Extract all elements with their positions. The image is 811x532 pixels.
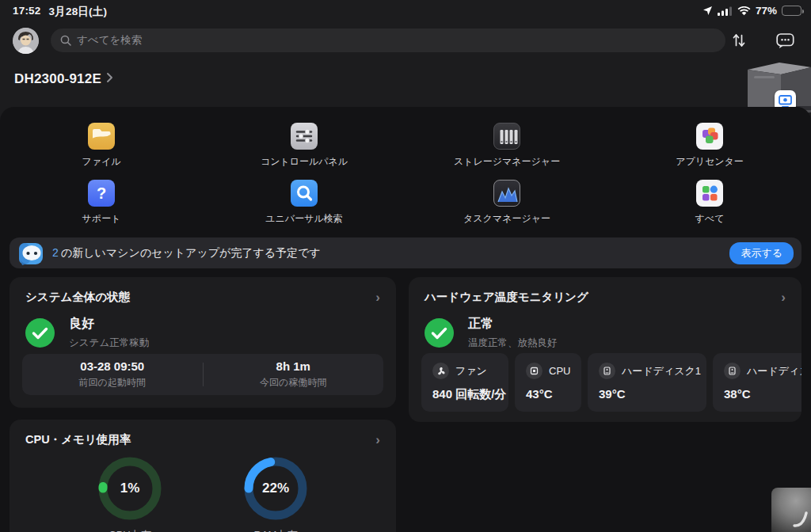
setup-notification-banner[interactable]: 2の新しいマシンのセットアップが完了する予定です 表示する: [10, 238, 801, 268]
cpu-icon: [526, 363, 543, 379]
last-boot-stat: 03-28 09:50 前回の起動時間: [22, 359, 203, 390]
ram-usage-value: 22%: [243, 456, 308, 521]
app-label: コントロールパネル: [261, 155, 348, 169]
battery-percent: 77%: [756, 5, 777, 17]
hardware-status-desc: 温度正常、放熱良好: [468, 336, 558, 350]
cpu-usage-value: 1%: [97, 456, 162, 521]
wifi-icon: [737, 6, 751, 16]
all-apps-icon: [696, 180, 723, 207]
device-selector[interactable]: DH2300-912E: [14, 71, 113, 87]
uptime-stat: 8h 1m 今回の稼働時間: [204, 359, 384, 390]
app-universal-search[interactable]: ユニバーサル検索: [203, 180, 406, 226]
user-avatar[interactable]: [13, 28, 39, 54]
chevron-right-icon[interactable]: ›: [781, 291, 786, 304]
sensor-label: CPU: [549, 365, 570, 377]
sensor-value: 43°C: [526, 387, 570, 401]
messages-icon[interactable]: [775, 30, 795, 51]
uptime-value: 8h 1m: [204, 359, 384, 373]
last-boot-label: 前回の起動時間: [22, 376, 203, 390]
location-icon: [702, 6, 713, 16]
banner-message: 2の新しいマシンのセットアップが完了する予定です: [52, 246, 321, 260]
disk2-sensor-tile: ハードディスク2 38°C: [713, 353, 801, 412]
cpu-usage-label: CPU占有: [109, 528, 150, 532]
date: 3月28日(土): [49, 5, 108, 19]
sensor-label: ハードディスク2: [747, 364, 801, 378]
fan-sensor-tile: ファン 840 回転数/分: [421, 353, 508, 412]
clock: 17:52: [13, 5, 41, 19]
card-title: ハードウェア温度モニタリング: [425, 290, 588, 305]
system-status-desc: システム正常稼動: [69, 336, 149, 350]
battery-icon: [782, 6, 801, 16]
app-grid: ファイル コントロールパネル ストレージマネージャー: [0, 123, 811, 226]
sensor-value: 39°C: [599, 387, 695, 401]
assistant-mascot-icon: [17, 240, 44, 267]
banner-count: 2: [52, 246, 59, 259]
app-label: ストレージマネージャー: [454, 155, 560, 169]
chevron-right-icon[interactable]: ›: [375, 433, 380, 446]
app-label: アプリセンター: [676, 155, 744, 169]
universal-search-icon: [291, 180, 318, 207]
system-status-text: 良好: [69, 316, 149, 332]
chevron-right-icon[interactable]: ›: [375, 291, 380, 304]
card-title: システム全体の状態: [25, 290, 130, 305]
card-title: CPU・メモリ使用率: [25, 432, 131, 447]
app-all[interactable]: すべて: [608, 180, 811, 226]
app-files[interactable]: ファイル: [0, 123, 203, 169]
last-boot-value: 03-28 09:50: [22, 359, 203, 373]
files-icon: [88, 123, 115, 150]
device-name: DH2300-912E: [14, 71, 101, 87]
disk-icon: [724, 363, 741, 379]
app-label: サポート: [82, 212, 121, 226]
control-panel-icon: [291, 123, 318, 150]
system-status-card[interactable]: システム全体の状態 › 良好 システム正常稼動 03-28 09:50 前回の起…: [10, 277, 396, 408]
sensor-row: ファン 840 回転数/分 CPU 43°C ハードディスク1 39°C: [421, 353, 801, 412]
transfer-icon[interactable]: [729, 30, 749, 51]
search-placeholder: すべてを検索: [77, 33, 142, 48]
app-storage-manager[interactable]: ストレージマネージャー: [406, 123, 608, 169]
task-manager-icon: [493, 180, 520, 207]
app-center-icon: [696, 123, 723, 150]
status-ok-icon: [425, 318, 454, 348]
ram-usage-label: RAM占有: [254, 528, 298, 532]
status-bar: 17:52 3月28日(土) 77%: [0, 0, 811, 22]
disk-icon: [599, 363, 615, 379]
support-icon: ?: [88, 180, 115, 207]
cellular-signal-icon: [718, 6, 733, 16]
search-input[interactable]: すべてを検索: [51, 28, 725, 52]
app-task-manager[interactable]: タスクマネージャー: [406, 180, 608, 226]
sensor-value: 38°C: [724, 387, 801, 401]
app-label: ファイル: [82, 155, 120, 169]
sensor-label: ハードディスク1: [622, 364, 701, 378]
uptime-label: 今回の稼働時間: [204, 376, 384, 390]
app-label: タスクマネージャー: [463, 212, 550, 226]
show-button[interactable]: 表示する: [729, 242, 794, 264]
cpu-memory-usage-card[interactable]: CPU・メモリ使用率 › 1% CPU占有 22% RAM占有: [10, 420, 396, 532]
sensor-value: 840 回転数/分: [432, 387, 497, 402]
app-label: ユニバーサル検索: [265, 212, 342, 226]
app-control-panel[interactable]: コントロールパネル: [203, 123, 406, 169]
status-ok-icon: [25, 318, 55, 348]
cpu-usage-gauge: 1% CPU占有: [97, 456, 162, 532]
disk1-sensor-tile: ハードディスク1 39°C: [588, 353, 706, 412]
hardware-temperature-card[interactable]: ハードウェア温度モニタリング › 正常 温度正常、放熱良好 ファン 840 回転…: [409, 277, 801, 422]
sensor-label: ファン: [455, 364, 487, 378]
ram-usage-gauge: 22% RAM占有: [243, 456, 308, 532]
fan-icon: [432, 363, 449, 379]
hardware-status-text: 正常: [468, 316, 558, 332]
uptime-strip: 03-28 09:50 前回の起動時間 8h 1m 今回の稼働時間: [22, 354, 383, 395]
search-icon: [60, 35, 71, 46]
app-center[interactable]: アプリセンター: [608, 123, 811, 169]
app-label: すべて: [695, 212, 725, 226]
chevron-right-icon: [106, 72, 113, 86]
cpu-sensor-tile: CPU 43°C: [515, 353, 581, 412]
corner-photo-thumbnail[interactable]: [771, 488, 811, 532]
storage-manager-icon: [493, 123, 520, 150]
app-support[interactable]: ? サポート: [0, 180, 203, 226]
